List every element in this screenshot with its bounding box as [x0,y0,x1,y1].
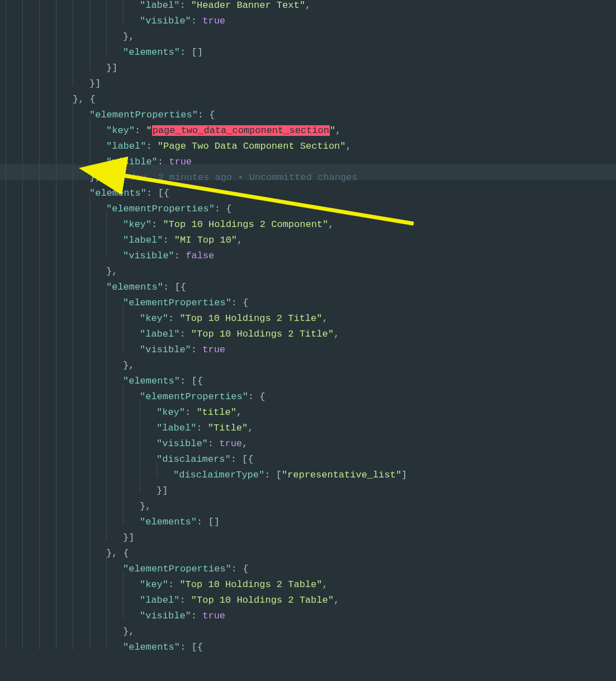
code-line[interactable]: }] [0,524,616,540]
indent-guide [56,274,73,290]
indent-guide [123,477,140,493]
indent-guide [106,618,123,634]
code-line[interactable]: }] [0,70,616,86]
indent-guide [6,274,22,290]
indent-guide [89,634,106,650]
indent-guide [22,431,39,446]
indent-guide [123,0,140,8]
indent-guide [56,509,73,524]
code-line[interactable]: "label": "Title", [0,415,616,431]
code-line[interactable]: "key": "Top 10 Holdings 2 Component", [0,211,616,227]
code-line[interactable]: "key": "page_two_data_component_section"… [0,117,616,133]
indent-guide [22,23,39,39]
indent-guide [89,368,106,384]
code-line[interactable]: "elements": [{ [0,368,616,384]
code-line[interactable]: }, [0,493,616,509]
indent-guide [22,164,39,180]
code-line[interactable]: "elementProperties": { [0,196,616,211]
indent-guide [22,0,39,8]
indent-guide [89,618,106,634]
code-line[interactable]: "disclaimers": [{ [0,446,616,462]
code-line[interactable]: "visible": true [0,8,616,23]
indent-guide [73,102,89,117]
indent-guide [89,149,106,164]
indent-guide [56,133,73,149]
code-line[interactable]: "label": "MI Top 10", [0,227,616,243]
code-line[interactable]: "visible": true [0,337,616,352]
code-line[interactable]: "elements": [{ [0,180,616,196]
code-line[interactable]: }, { [0,540,616,556]
indent-guide [106,524,123,540]
indent-guide [39,462,56,477]
code-line[interactable]: "elements": [] [0,509,616,524]
code-line[interactable]: "key": "title", [0,399,616,415]
code-line[interactable]: "visible": true, [0,431,616,446]
indent-guide [6,431,22,446]
indent-guide [106,446,123,462]
code-line[interactable]: }] [0,55,616,70]
indent-guide [106,556,123,571]
indent-guide [22,587,39,603]
indent-guide [106,571,123,587]
indent-guide [22,415,39,431]
indent-guide [56,603,73,618]
indent-guide [123,431,140,446]
indent-guide [22,39,39,55]
code-line[interactable]: "visible": false [0,243,616,258]
indent-guide [56,321,73,337]
indent-guide [6,603,22,618]
indent-guide [106,337,123,352]
indent-guide [6,164,22,180]
code-line[interactable]: }, [0,23,616,39]
code-editor[interactable]: "label": "Header Banner Text","visible":… [0,0,616,681]
code-line[interactable]: }, [0,258,616,274]
indent-guide [123,337,140,352]
indent-guide [73,352,89,368]
indent-guide [140,477,157,493]
code-line[interactable]: "key": "Top 10 Holdings 2 Title", [0,305,616,321]
code-line[interactable]: "elementProperties": { [0,384,616,399]
indent-guide [22,8,39,23]
indent-guide [73,509,89,524]
indent-guide [22,180,39,196]
code-line[interactable]: "elements": [{ [0,274,616,290]
indent-guide [22,540,39,556]
code-line[interactable]: "visible": true [0,149,616,164]
indent-guide [39,180,56,196]
indent-guide [73,524,89,540]
indent-guide [89,431,106,446]
indent-guide [56,55,73,70]
code-line[interactable]: "label": "Header Banner Text", [0,0,616,8]
code-line[interactable]: "elementProperties": { [0,102,616,117]
indent-guide [140,462,157,477]
indent-guide [39,0,56,8]
indent-guide [6,39,22,55]
code-line[interactable]: "elementProperties": { [0,290,616,305]
indent-guide [56,618,73,634]
code-line[interactable]: "label": "Page Two Data Component Sectio… [0,133,616,149]
code-line[interactable]: }, { [0,86,616,102]
code-line[interactable]: }, You, 2 minutes ago • Uncommitted chan… [0,164,616,180]
indent-guide [22,477,39,493]
indent-guide [6,196,22,211]
indent-guide [73,180,89,196]
code-line[interactable]: "key": "Top 10 Holdings 2 Table", [0,571,616,587]
code-line[interactable]: "label": "Top 10 Holdings 2 Title", [0,321,616,337]
code-line[interactable]: }, [0,352,616,368]
indent-guide [56,23,73,39]
code-line[interactable]: "label": "Top 10 Holdings 2 Table", [0,587,616,603]
indent-guide [39,274,56,290]
code-line[interactable]: "disclaimerType": ["representative_list"… [0,462,616,477]
code-line[interactable]: "elements": [{ [0,634,616,650]
code-line[interactable]: "elements": [] [0,39,616,55]
indent-guide [22,571,39,587]
indent-guide [89,0,106,8]
indent-guide [22,634,39,650]
indent-guide [106,462,123,477]
code-line[interactable]: "elementProperties": { [0,556,616,571]
indent-guide [39,290,56,305]
indent-guide [73,446,89,462]
code-line[interactable]: }, [0,618,616,634]
code-line[interactable]: }] [0,477,616,493]
code-line[interactable]: "visible": true [0,603,616,618]
